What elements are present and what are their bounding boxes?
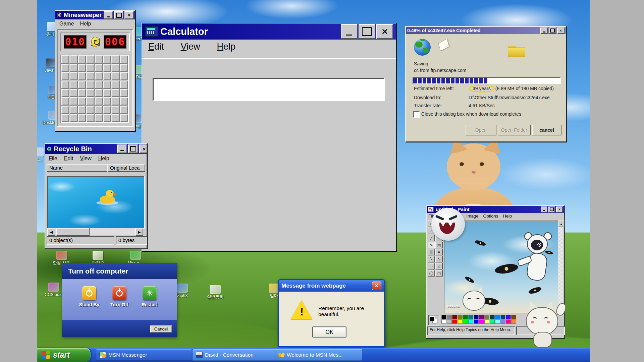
menu-file[interactable]: File (49, 156, 57, 162)
restart-button[interactable]: ✳ Restart (137, 286, 163, 307)
close-icon[interactable]: × (372, 282, 381, 290)
color-swatch[interactable] (463, 319, 468, 324)
mine-cell[interactable] (86, 89, 95, 97)
mine-cell[interactable] (120, 80, 128, 89)
color-swatch[interactable] (484, 315, 489, 319)
menu-image[interactable]: Image (466, 214, 478, 219)
mine-cell[interactable] (111, 89, 120, 97)
paint-tool[interactable]: ▭ (428, 263, 435, 269)
paint-tool[interactable]: ▤ (435, 242, 443, 248)
mine-cell[interactable] (95, 72, 103, 80)
color-swatch[interactable] (511, 319, 516, 324)
mine-cell[interactable] (61, 89, 69, 97)
color-swatch[interactable] (458, 315, 463, 319)
mine-cell[interactable] (86, 114, 95, 122)
taskbar-button-welcome-msn[interactable]: Welcome to MSN Mes... (275, 349, 362, 361)
mine-cell[interactable] (69, 80, 78, 89)
mine-cell[interactable] (111, 97, 120, 106)
paint-tool[interactable]: ◯ (428, 270, 435, 277)
stand-by-button[interactable]: Stand By (76, 286, 102, 307)
smiley-button[interactable] (91, 38, 100, 46)
paint-tool[interactable]: ╲ (428, 256, 435, 262)
color-swatch[interactable] (479, 319, 484, 324)
mine-cell[interactable] (111, 64, 120, 72)
mine-cell[interactable] (86, 97, 95, 106)
color-swatch[interactable] (447, 315, 452, 319)
close-button[interactable]: × (376, 24, 393, 39)
mine-cell[interactable] (95, 106, 103, 114)
menu-game[interactable]: Game (59, 21, 74, 27)
color-swatch[interactable] (458, 319, 463, 324)
mine-cell[interactable] (86, 106, 95, 114)
minimize-button[interactable] (341, 24, 358, 39)
color-swatch[interactable] (452, 319, 457, 324)
vertical-scrollbar[interactable]: ▲ (558, 221, 563, 312)
mine-cell[interactable] (103, 80, 111, 89)
menu-help[interactable]: Help (98, 156, 109, 162)
maximize-button[interactable] (128, 144, 138, 153)
maximize-button[interactable] (549, 27, 556, 34)
menu-help[interactable]: Help (503, 214, 512, 219)
mine-cell[interactable] (111, 55, 120, 64)
mine-cell[interactable] (103, 97, 111, 106)
mine-cell[interactable] (111, 80, 120, 89)
mine-cell[interactable] (78, 72, 86, 80)
menu-view[interactable]: View (80, 156, 91, 162)
horizontal-scrollbar[interactable]: ◀ ▶ (47, 228, 143, 235)
foreground-background-colors[interactable] (428, 315, 439, 325)
paint-tool[interactable]: ▢ (435, 270, 443, 277)
scroll-right-arrow[interactable]: ▶ (135, 228, 143, 236)
menu-view[interactable]: View (181, 42, 200, 52)
color-swatch[interactable] (468, 319, 473, 324)
mine-cell[interactable] (95, 64, 103, 72)
mine-cell[interactable] (120, 89, 128, 97)
mine-cell[interactable] (69, 72, 78, 80)
ok-button[interactable]: OK (312, 326, 346, 338)
cancel-button[interactable]: Cancel (150, 325, 172, 333)
mine-cell[interactable] (61, 97, 69, 106)
mine-cell[interactable] (103, 106, 111, 114)
mine-cell[interactable] (86, 72, 95, 80)
color-swatch[interactable] (479, 315, 484, 319)
color-swatch[interactable] (484, 319, 489, 324)
cancel-button[interactable]: cancel (532, 125, 561, 135)
close-when-complete-checkbox[interactable] (413, 111, 420, 118)
scroll-up-arrow[interactable]: ▲ (558, 221, 565, 227)
mine-cell[interactable] (61, 114, 69, 122)
paint-tool[interactable]: ⌂ (435, 263, 443, 269)
maximize-button[interactable] (359, 24, 375, 39)
color-swatch[interactable] (463, 315, 468, 319)
mine-cell[interactable] (103, 89, 111, 97)
color-swatch[interactable] (474, 315, 479, 319)
color-swatch[interactable] (490, 315, 495, 319)
mine-cell[interactable] (69, 55, 78, 64)
mine-cell[interactable] (86, 55, 95, 64)
mine-cell[interactable] (120, 106, 128, 114)
mine-cell[interactable] (86, 80, 95, 89)
mine-cell[interactable] (69, 97, 78, 106)
calculator-titlebar[interactable]: Calculator × (142, 23, 396, 40)
menu-options[interactable]: Options (483, 214, 498, 219)
color-swatch[interactable] (511, 315, 516, 319)
mine-cell[interactable] (69, 106, 78, 114)
paint-tool[interactable]: A (435, 249, 443, 255)
mine-cell[interactable] (103, 72, 111, 80)
color-swatch[interactable] (490, 319, 495, 324)
mine-cell[interactable] (69, 64, 78, 72)
taskbar-button-msn-messenger[interactable]: MSN Messenger (96, 349, 192, 361)
close-button[interactable]: × (556, 206, 563, 213)
mine-cell[interactable] (120, 64, 128, 72)
mine-cell[interactable] (95, 80, 103, 89)
mine-cell[interactable] (69, 89, 78, 97)
color-swatch[interactable] (495, 319, 500, 324)
mine-cell[interactable] (111, 106, 120, 114)
color-swatch[interactable] (495, 315, 500, 319)
mine-cell[interactable] (61, 64, 69, 72)
mine-cell[interactable] (103, 64, 111, 72)
paint-tool[interactable]: ∿ (435, 256, 443, 262)
mine-cell[interactable] (111, 114, 120, 122)
mine-cell[interactable] (95, 114, 103, 122)
menu-help[interactable]: Help (80, 21, 91, 27)
mine-cell[interactable] (111, 72, 120, 80)
color-swatch[interactable] (500, 319, 505, 324)
